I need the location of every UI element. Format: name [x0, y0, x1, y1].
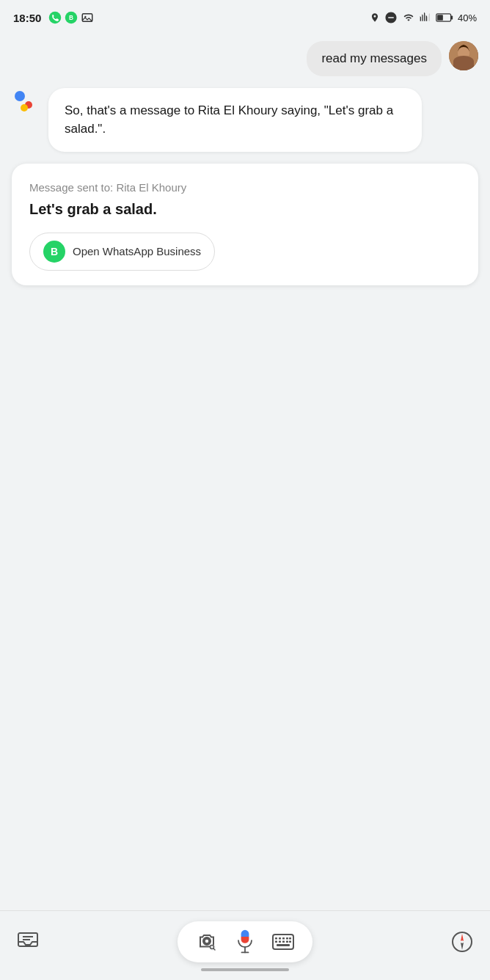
bottom-bar [0, 910, 490, 980]
clock: 18:50 [13, 12, 41, 24]
open-whatsapp-button[interactable]: B Open WhatsApp Business [29, 233, 215, 271]
svg-rect-21 [241, 930, 249, 943]
whatsapp-business-icon: B [43, 241, 65, 263]
svg-point-16 [205, 939, 209, 943]
message-card-to: Message sent to: Rita El Khoury [29, 181, 461, 194]
toolbar-center [178, 921, 312, 962]
inbox-icon-button[interactable] [15, 929, 41, 955]
svg-rect-30 [275, 941, 277, 943]
location-icon [370, 11, 380, 24]
home-bar [15, 962, 475, 974]
svg-rect-33 [286, 941, 288, 943]
svg-text:B: B [69, 15, 73, 21]
assistant-bubble: So, that's a message to Rita El Khoury s… [48, 88, 422, 152]
camera-search-button[interactable] [194, 929, 220, 955]
user-message-text: read my messages [321, 51, 427, 65]
compass-icon [451, 931, 473, 953]
svg-point-10 [453, 60, 474, 70]
avatar-image [449, 41, 478, 70]
svg-point-0 [49, 12, 62, 24]
dot-yellow [21, 104, 28, 111]
gallery-status-icon [81, 11, 94, 24]
message-card-body: Let's grab a salad. [29, 201, 461, 218]
status-app-icons: B [48, 11, 94, 24]
assistant-text: So, that's a message to Rita El Khoury s… [65, 103, 393, 136]
svg-rect-7 [437, 15, 443, 21]
inbox-icon [17, 932, 39, 952]
conversation-area: read my messages [0, 32, 490, 910]
status-bar: 18:50 B [0, 0, 490, 32]
compass-button[interactable] [449, 929, 475, 955]
svg-rect-26 [279, 937, 281, 940]
google-assistant-icon [12, 88, 41, 117]
battery-icon [436, 12, 453, 23]
svg-point-11 [459, 48, 468, 57]
svg-rect-35 [277, 944, 290, 946]
keyboard-icon [272, 933, 294, 951]
svg-rect-6 [451, 15, 453, 19]
user-avatar [449, 41, 478, 70]
user-bubble: read my messages [307, 41, 442, 76]
whatsapp-status-icon [48, 11, 62, 24]
signal-icon [420, 12, 431, 23]
toolbar-inner [15, 921, 475, 962]
user-message-row: read my messages [12, 41, 478, 76]
microphone-button[interactable] [232, 929, 258, 955]
whatsapp-business-status-icon: B [65, 11, 78, 24]
svg-marker-37 [461, 934, 464, 941]
dot-blue [15, 91, 25, 101]
svg-rect-34 [289, 941, 291, 943]
svg-rect-25 [275, 937, 277, 940]
status-left: 18:50 B [13, 11, 94, 24]
message-card: Message sent to: Rita El Khoury Let's gr… [12, 164, 478, 285]
camera-search-icon [197, 932, 217, 952]
open-whatsapp-label: Open WhatsApp Business [73, 245, 201, 257]
svg-rect-32 [282, 941, 285, 943]
svg-rect-28 [286, 937, 288, 940]
svg-marker-38 [461, 943, 464, 950]
svg-rect-29 [289, 937, 291, 940]
svg-point-9 [458, 47, 469, 59]
battery-level: 40% [458, 12, 477, 23]
dnd-icon [384, 11, 398, 24]
home-indicator [201, 968, 289, 971]
assistant-message-row: So, that's a message to Rita El Khoury s… [12, 88, 478, 152]
wifi-icon [402, 12, 415, 23]
svg-rect-31 [279, 941, 281, 943]
keyboard-button[interactable] [270, 929, 296, 955]
svg-rect-27 [282, 937, 285, 940]
google-dots [15, 91, 38, 114]
microphone-icon [235, 929, 255, 955]
status-right: 40% [370, 11, 477, 24]
